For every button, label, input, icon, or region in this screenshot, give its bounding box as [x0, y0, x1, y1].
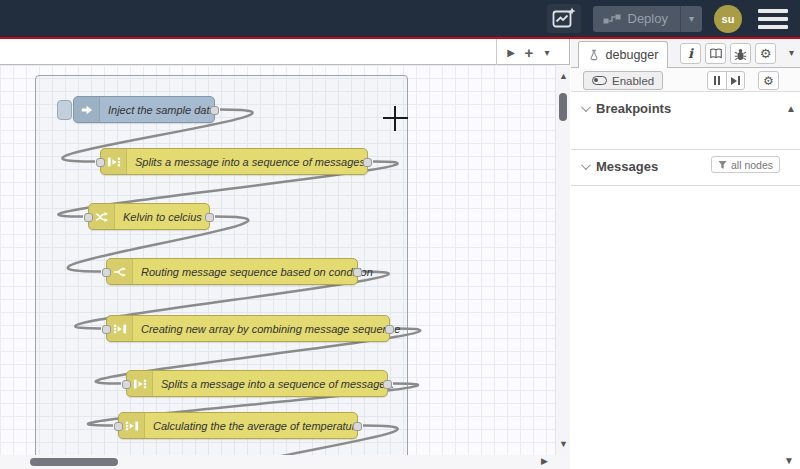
book-icon: [709, 47, 723, 60]
add-flow-button[interactable]: +: [521, 42, 537, 62]
assistant-icon: [552, 7, 576, 30]
debugger-settings-button[interactable]: ⚙: [758, 71, 779, 90]
step-forward-icon: [731, 77, 737, 85]
node-label: Kelvin to celcius: [115, 211, 208, 223]
debugger-toolbar: Enabled ⚙: [571, 68, 800, 92]
filter-funnel-icon: [718, 160, 727, 170]
flow-node-split2[interactable]: Splits a message into a sequence of mess…: [126, 370, 388, 397]
horizontal-scroll-thumb[interactable]: [30, 458, 118, 466]
help-tab-button[interactable]: [705, 43, 726, 64]
debugger-enabled-toggle[interactable]: Enabled: [583, 71, 663, 90]
filter-label: all nodes: [731, 159, 773, 171]
messages-section-header[interactable]: Messages all nodes: [571, 150, 800, 182]
deploy-icon: [603, 14, 621, 24]
info-icon: i: [688, 46, 693, 61]
flow-node-inject1[interactable]: Inject the sample data: [73, 96, 215, 123]
bug-icon: [734, 47, 747, 61]
info-tab-button[interactable]: i: [680, 43, 701, 64]
pause-icon: [714, 76, 717, 85]
flow-node-switch1[interactable]: Routing message sequence based on condit…: [106, 258, 358, 285]
tab-scroll-right-button[interactable]: ▶: [503, 42, 519, 62]
tab-debugger-label: debugger: [606, 48, 659, 62]
scroll-right-arrow[interactable]: ▶: [541, 456, 548, 466]
toggle-icon: [592, 76, 607, 85]
flow-node-split1[interactable]: Splits a message into a sequence of mess…: [100, 148, 368, 175]
output-port[interactable]: [205, 213, 214, 222]
scroll-up-arrow[interactable]: ▲: [556, 71, 570, 81]
plus-icon: +: [525, 44, 534, 61]
output-port[interactable]: [363, 158, 372, 167]
flow-node-join2[interactable]: Calculating the the average of temperatu…: [118, 412, 358, 439]
breakpoints-section-header[interactable]: Breakpoints: [571, 92, 800, 124]
output-port[interactable]: [385, 325, 394, 334]
main-menu-button[interactable]: [758, 9, 788, 29]
pause-step-buttons: [707, 71, 745, 90]
sidebar-header-buttons: i ⚙: [680, 43, 776, 64]
play-right-icon: ▶: [507, 47, 515, 58]
flask-icon: [588, 48, 600, 63]
messages-empty-list: [571, 182, 800, 186]
debug-sidebar: debugger i: [571, 39, 800, 469]
input-port[interactable]: [96, 158, 105, 167]
deploy-button[interactable]: Deploy: [593, 6, 680, 32]
input-port[interactable]: [122, 380, 131, 389]
sidebar-scroll-up-arrow[interactable]: ▲: [786, 103, 796, 114]
sidebar-options-button[interactable]: ▾: [789, 47, 794, 58]
flow-tab-controls: ▶ + ▾: [496, 39, 555, 65]
flow-tab-bar: ▶ + ▾: [0, 39, 569, 65]
deploy-button-group: Deploy ▾: [593, 6, 703, 32]
inject-trigger-button[interactable]: [57, 100, 72, 120]
tab-debugger[interactable]: debugger: [578, 41, 668, 68]
node-red-app: Deploy ▾ su ▶ + ▾ Inject the sa: [0, 0, 800, 469]
sidebar-scroll-down-arrow[interactable]: ▼: [784, 455, 794, 466]
node-label: Splits a message into a sequence of mess…: [153, 378, 400, 390]
chevron-down-icon: [581, 160, 591, 170]
step-button[interactable]: [726, 72, 744, 89]
gear-icon: ⚙: [760, 46, 772, 61]
output-port[interactable]: [353, 422, 362, 431]
node-label: Calculating the the average of temperatu…: [145, 420, 368, 432]
flow-assistant-button[interactable]: [547, 4, 581, 33]
flow-workspace: ▶ + ▾ Inject the sample dataSplits a mes…: [0, 39, 570, 469]
deploy-button-label: Deploy: [628, 11, 668, 26]
flow-list-button[interactable]: ▾: [539, 42, 555, 62]
node-label: Splits a message into a sequence of mess…: [127, 156, 374, 168]
messages-title: Messages: [596, 159, 658, 174]
input-port[interactable]: [114, 422, 123, 431]
canvas-vertical-scrollbar[interactable]: ▲ ▼: [555, 65, 570, 455]
message-filter-button[interactable]: all nodes: [711, 156, 780, 173]
sidebar-tab-bar: debugger i: [571, 39, 800, 68]
input-port[interactable]: [102, 268, 111, 277]
scroll-down-arrow[interactable]: ▼: [556, 439, 570, 449]
inject-arrow-icon: [74, 97, 100, 122]
hamburger-icon: [758, 9, 788, 13]
canvas-horizontal-scrollbar[interactable]: ▶: [0, 455, 570, 469]
breakpoints-title: Breakpoints: [596, 101, 671, 116]
node-label: Inject the sample data: [100, 104, 222, 116]
deploy-options-button[interactable]: ▾: [680, 6, 702, 32]
header-bar: Deploy ▾ su: [0, 0, 800, 37]
caret-down-icon: ▾: [689, 13, 694, 24]
config-nodes-tab-button[interactable]: ⚙: [755, 43, 776, 64]
flow-canvas[interactable]: Inject the sample dataSplits a message i…: [0, 65, 570, 455]
caret-down-icon: ▾: [544, 47, 549, 58]
output-port[interactable]: [353, 268, 362, 277]
enabled-label: Enabled: [612, 75, 654, 87]
flow-node-change1[interactable]: Kelvin to celcius: [88, 203, 210, 230]
output-port[interactable]: [383, 380, 392, 389]
gear-icon: ⚙: [763, 74, 774, 88]
avatar-initials: su: [722, 13, 735, 25]
chevron-down-icon: [581, 102, 591, 112]
user-avatar[interactable]: su: [714, 5, 742, 33]
node-label: Routing message sequence based on condit…: [133, 266, 379, 278]
breakpoints-empty-list: [571, 124, 800, 150]
output-port[interactable]: [210, 106, 219, 115]
node-label: Creating new array by combining message …: [133, 323, 406, 335]
vertical-scroll-thumb[interactable]: [559, 93, 567, 121]
input-port[interactable]: [84, 213, 93, 222]
input-port[interactable]: [102, 325, 111, 334]
caret-down-icon: ▾: [789, 47, 794, 58]
pause-button[interactable]: [708, 72, 726, 89]
debug-messages-tab-button[interactable]: [730, 43, 751, 64]
flow-node-join1[interactable]: Creating new array by combining message …: [106, 315, 390, 342]
